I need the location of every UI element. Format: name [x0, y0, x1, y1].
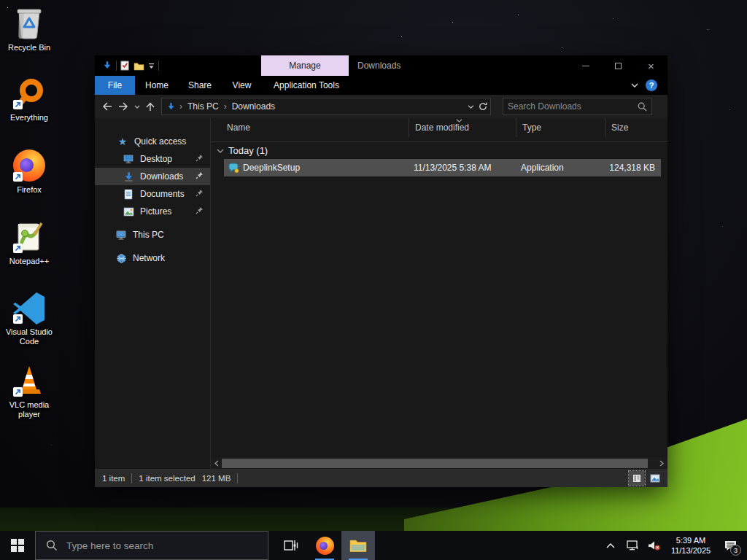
downloads-arrow-icon — [123, 171, 134, 182]
window-controls: × — [569, 55, 667, 76]
desktop-icon-label: VLC media player — [1, 400, 58, 419]
taskbar-firefox-button[interactable] — [308, 531, 341, 560]
pin-icon — [196, 171, 204, 179]
forward-button[interactable] — [115, 98, 131, 115]
search-icon — [46, 540, 58, 551]
everything-icon — [12, 76, 47, 111]
notepadpp-icon — [12, 219, 47, 254]
quick-access-toolbar — [95, 55, 159, 76]
shortcut-arrow-icon — [13, 172, 23, 182]
large-icons-view-button[interactable] — [647, 471, 663, 486]
horizontal-scrollbar[interactable] — [211, 457, 667, 469]
volume-muted-icon[interactable] — [645, 531, 664, 560]
desktop-icon-label: Recycle Bin — [8, 43, 50, 52]
nav-item-label: Downloads — [140, 171, 183, 182]
pin-icon — [196, 206, 204, 214]
column-header-size[interactable]: Size — [605, 118, 665, 137]
refresh-icon[interactable] — [479, 102, 487, 111]
nav-item-downloads[interactable]: Downloads — [95, 168, 210, 185]
desktop-icon — [123, 153, 134, 165]
vscode-icon — [12, 290, 47, 325]
task-view-icon — [284, 539, 298, 552]
desktop-icon-vlc[interactable]: VLC media player — [1, 363, 58, 419]
qat-customize-dropdown[interactable] — [148, 63, 155, 69]
tab-application-tools[interactable]: Application Tools — [263, 76, 350, 95]
taskbar-file-explorer-button[interactable] — [341, 531, 375, 560]
tab-share[interactable]: Share — [179, 76, 221, 95]
nav-item-documents[interactable]: Documents — [95, 185, 210, 203]
scroll-right-arrow[interactable] — [657, 457, 667, 469]
tab-home[interactable]: Home — [135, 76, 179, 95]
title-bar[interactable]: Manage Downloads × — [95, 55, 667, 76]
shortcut-arrow-icon — [13, 387, 23, 397]
start-button[interactable] — [0, 531, 35, 560]
breadcrumb-downloads[interactable]: Downloads — [231, 101, 276, 112]
nav-item-label: Pictures — [140, 206, 171, 217]
taskbar: Type here to search 5:39 A — [0, 531, 747, 560]
action-center-button[interactable]: 3 — [718, 531, 743, 560]
taskbar-clock[interactable]: 5:39 AM 11/13/2025 — [667, 535, 715, 556]
expand-ribbon-chevron-icon[interactable] — [631, 83, 638, 88]
nav-item-pictures[interactable]: Pictures — [95, 203, 210, 220]
new-folder-button[interactable] — [133, 61, 144, 71]
breadcrumb-this-pc[interactable]: This PC — [186, 101, 220, 112]
recycle-bin-icon — [12, 6, 47, 41]
application-file-icon — [228, 159, 239, 176]
column-header-name[interactable]: Name — [211, 118, 409, 137]
nav-item-network[interactable]: Network — [95, 249, 210, 267]
recent-locations-dropdown[interactable] — [131, 98, 142, 115]
shortcut-arrow-icon — [13, 314, 23, 324]
explorer-search-input[interactable] — [508, 101, 638, 112]
show-hidden-icons-chevron[interactable] — [601, 531, 620, 560]
network-icon[interactable] — [623, 531, 642, 560]
task-view-button[interactable] — [274, 531, 308, 560]
sort-descending-icon — [456, 119, 462, 122]
desktop-icon-vscode[interactable]: Visual Studio Code — [1, 290, 58, 346]
explorer-search-box[interactable] — [503, 98, 652, 115]
column-header-type[interactable]: Type — [516, 118, 605, 137]
network-globe-icon — [115, 252, 127, 264]
address-dropdown-chevron-icon[interactable] — [468, 105, 474, 109]
nav-item-quick-access[interactable]: ★ Quick access — [95, 133, 210, 150]
file-row-deeplinksetup[interactable]: DeeplinkSetup 11/13/2025 5:38 AM Applica… — [224, 159, 661, 176]
file-size: 124,318 KB — [609, 159, 655, 176]
separator — [158, 61, 159, 71]
group-header-today[interactable]: Today (1) — [211, 141, 667, 159]
properties-button[interactable] — [120, 61, 130, 71]
scrollbar-track[interactable] — [222, 457, 657, 469]
file-date-modified: 11/13/2025 5:38 AM — [414, 159, 492, 176]
manage-contextual-tab[interactable]: Manage — [261, 55, 349, 76]
status-item-count: 1 item — [102, 474, 125, 483]
shortcut-arrow-icon — [13, 244, 23, 253]
tab-file[interactable]: File — [95, 76, 135, 95]
tab-view[interactable]: View — [221, 76, 263, 95]
nav-item-desktop[interactable]: Desktop — [95, 150, 210, 168]
back-button[interactable] — [99, 98, 115, 115]
desktop-icon-firefox[interactable]: Firefox — [1, 148, 58, 195]
nav-item-label: Network — [133, 253, 165, 263]
separator — [116, 61, 117, 71]
help-button[interactable]: ? — [646, 79, 657, 91]
desktop-icon-everything[interactable]: Everything — [1, 76, 58, 122]
separator — [131, 473, 132, 483]
file-explorer-window: Manage Downloads × File Home Share View … — [95, 55, 667, 487]
view-toggle-buttons — [629, 471, 663, 486]
details-view-button[interactable] — [629, 471, 645, 486]
column-header-date-modified[interactable]: Date modified — [409, 118, 516, 137]
downloads-folder-icon — [102, 61, 112, 71]
nav-spacer — [95, 220, 210, 226]
scroll-left-arrow[interactable] — [212, 457, 222, 469]
nav-item-this-pc[interactable]: This PC — [95, 226, 210, 244]
group-collapse-chevron-icon[interactable] — [217, 149, 224, 153]
nav-item-label: This PC — [133, 230, 164, 240]
desktop-icon-notepadpp[interactable]: Notepad++ — [1, 219, 58, 266]
up-button[interactable] — [142, 98, 158, 115]
scrollbar-thumb[interactable] — [222, 459, 648, 468]
address-bar[interactable]: › This PC › Downloads — [161, 98, 491, 115]
close-button[interactable]: × — [635, 55, 667, 76]
taskbar-search-box[interactable]: Type here to search — [35, 531, 268, 560]
maximize-button[interactable] — [602, 55, 635, 76]
desktop-icon-recycle-bin[interactable]: Recycle Bin — [1, 6, 58, 52]
minimize-button[interactable] — [569, 55, 602, 76]
search-icon[interactable] — [638, 102, 647, 112]
